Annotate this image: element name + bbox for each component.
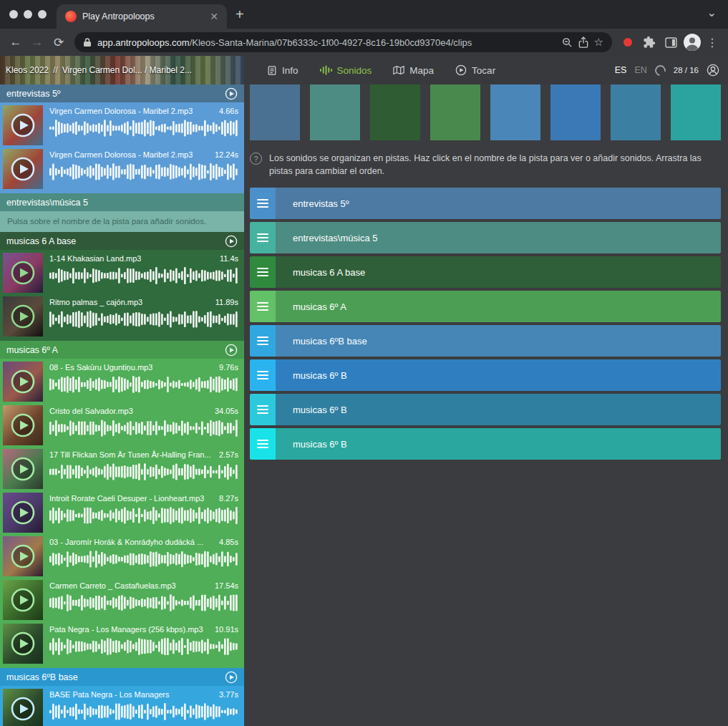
track-section-title[interactable]: musicas 6ºB base: [6, 672, 225, 682]
language-en-button[interactable]: EN: [634, 65, 646, 75]
track-row-body[interactable]: musicas 6 A base: [276, 256, 721, 288]
clip-play-icon[interactable]: [3, 105, 43, 145]
track-section-header[interactable]: musicas 6º A: [0, 341, 244, 359]
clip-play-icon[interactable]: [3, 689, 43, 726]
clip-item[interactable]: Cristo del Salvador.mp334.05s: [3, 405, 240, 445]
minimize-window-button[interactable]: [24, 10, 32, 19]
track-color-tile[interactable]: [250, 84, 300, 140]
tab-search-chevron-icon[interactable]: ⌄: [707, 6, 728, 24]
clip-item[interactable]: Introit Rorate Caeli Desuper - Lionheart…: [3, 493, 240, 533]
track-color-tile[interactable]: [611, 84, 661, 140]
account-icon[interactable]: [707, 64, 719, 77]
clip-item[interactable]: 1-14 Khakasian Land.mp311.4s: [3, 253, 240, 293]
drag-handle-icon[interactable]: [250, 428, 276, 460]
track-section-header[interactable]: entrevistas\música 5: [0, 193, 244, 211]
clip-play-icon[interactable]: [3, 580, 43, 620]
section-play-button-icon[interactable]: [225, 87, 238, 100]
url-text[interactable]: app.antropoloops.com/Kleos-Santa-Marina/…: [97, 37, 556, 48]
track-section-title[interactable]: musicas 6 A base: [6, 236, 225, 246]
tab-close-icon[interactable]: ✕: [207, 11, 221, 22]
clip-play-icon[interactable]: [3, 536, 43, 576]
drag-handle-icon[interactable]: [250, 188, 276, 219]
breadcrumb-trail[interactable]: Virgen Carmen Dol... / Maribel 2...: [62, 65, 192, 75]
track-row-body[interactable]: musicas 6ºB base: [276, 325, 721, 357]
track-color-tile[interactable]: [550, 84, 601, 140]
track-section-header[interactable]: entrevistas 5º: [0, 84, 244, 102]
clip-play-icon[interactable]: [3, 624, 43, 664]
track-row[interactable]: entrevistas 5º: [250, 188, 721, 219]
bookmark-star-icon[interactable]: ☆: [594, 36, 603, 49]
clip-play-icon[interactable]: [3, 296, 43, 337]
clip-item[interactable]: Ritmo palmas _ cajón.mp311.89s: [3, 296, 240, 337]
clip-item[interactable]: 03 - Jaromír Horák & Konrádyho dudácká .…: [3, 536, 240, 576]
track-section-title[interactable]: musicas 6º A: [6, 345, 225, 355]
track-section-title[interactable]: entrevistas 5º: [6, 89, 225, 99]
section-play-button-icon[interactable]: [225, 235, 238, 248]
extensions-puzzle-icon[interactable]: [639, 32, 659, 52]
browser-tab[interactable]: Play Antropoloops ✕: [57, 4, 227, 29]
track-row[interactable]: musicas 6º A: [250, 291, 721, 322]
track-section-header[interactable]: musicas 6ºB base: [0, 668, 244, 686]
clip-play-icon[interactable]: [3, 405, 43, 445]
track-color-tile[interactable]: [671, 84, 721, 140]
track-row-body[interactable]: musicas 6º A: [276, 291, 721, 322]
track-row[interactable]: musicas 6ºB base: [250, 325, 721, 357]
track-row[interactable]: musicas 6º B: [250, 428, 721, 460]
language-es-button[interactable]: ES: [615, 65, 627, 75]
track-row[interactable]: entrevistas\música 5: [250, 222, 721, 253]
clip-item[interactable]: Carmen Carreto _ Castañuelas.mp317.54s: [3, 580, 240, 620]
clip-play-icon[interactable]: [3, 149, 43, 189]
track-row-body[interactable]: musicas 6º B: [276, 359, 721, 391]
track-row[interactable]: musicas 6 A base: [250, 256, 721, 288]
drag-handle-icon[interactable]: [250, 222, 276, 253]
side-panel-icon[interactable]: [661, 32, 681, 52]
clip-play-icon[interactable]: [3, 253, 43, 293]
drag-handle-icon[interactable]: [250, 256, 276, 288]
new-tab-button[interactable]: +: [227, 6, 253, 23]
breadcrumb[interactable]: Kleos 2022//Virgen Carmen Dol... / Marib…: [6, 65, 192, 75]
tab-info[interactable]: Info: [267, 65, 299, 76]
drag-handle-icon[interactable]: [250, 359, 276, 391]
track-row[interactable]: musicas 6º B: [250, 359, 721, 391]
track-section-header[interactable]: musicas 6 A base: [0, 232, 244, 250]
clip-item[interactable]: Virgen Carmen Dolorosa - Maribel 2.mp34.…: [3, 105, 240, 145]
back-button[interactable]: ←: [6, 32, 26, 52]
section-play-button-icon[interactable]: [225, 671, 238, 684]
drag-handle-icon[interactable]: [250, 291, 276, 322]
breadcrumb-photo-strip[interactable]: Kleos 2022//Virgen Carmen Dol... / Marib…: [0, 56, 244, 84]
tab-sonidos[interactable]: Sonidos: [320, 65, 372, 76]
profile-avatar[interactable]: [682, 32, 702, 52]
track-color-tile[interactable]: [490, 84, 540, 140]
clip-play-icon[interactable]: [3, 493, 43, 533]
track-section-title[interactable]: entrevistas\música 5: [6, 198, 238, 208]
track-row-body[interactable]: musicas 6º B: [276, 394, 721, 425]
drag-handle-icon[interactable]: [250, 394, 276, 425]
track-color-tile[interactable]: [310, 84, 360, 140]
zoom-icon[interactable]: [562, 37, 573, 48]
tab-tocar[interactable]: Tocar: [455, 64, 495, 76]
clip-play-icon[interactable]: [3, 449, 43, 489]
clip-play-icon[interactable]: [3, 362, 43, 402]
forward-button[interactable]: →: [27, 32, 47, 52]
browser-menu-icon[interactable]: ⋮: [704, 36, 722, 49]
drag-handle-icon[interactable]: [250, 325, 276, 357]
clip-item[interactable]: 08 - Es Sakūru Uguntiņu.mp39.76s: [3, 362, 240, 402]
track-row-body[interactable]: entrevistas\música 5: [276, 222, 721, 253]
clip-item[interactable]: 17 Till Flickan Som Är Tusen År-Halling …: [3, 449, 240, 489]
track-color-tile[interactable]: [370, 84, 420, 140]
recording-extension-icon[interactable]: [623, 38, 632, 47]
address-bar[interactable]: app.antropoloops.com/Kleos-Santa-Marina/…: [74, 32, 612, 52]
tab-mapa[interactable]: Mapa: [393, 65, 434, 76]
breadcrumb-project[interactable]: Kleos 2022: [6, 65, 49, 75]
clip-item[interactable]: Virgen Carmen Dolorosa - Maribel 2.mp312…: [3, 149, 240, 189]
reload-button[interactable]: ⟳: [49, 32, 69, 52]
zoom-window-button[interactable]: [38, 10, 47, 19]
track-color-tile[interactable]: [430, 84, 480, 140]
share-icon[interactable]: [578, 37, 588, 48]
clip-item[interactable]: BASE Pata Negra - Los Managers3.77s: [3, 689, 240, 726]
section-play-button-icon[interactable]: [225, 344, 238, 357]
track-row[interactable]: musicas 6º B: [250, 394, 721, 425]
clip-item[interactable]: Pata Negra - Los Managers (256 kbps).mp3…: [3, 624, 240, 664]
track-row-body[interactable]: musicas 6º B: [276, 428, 721, 460]
close-window-button[interactable]: [9, 10, 18, 19]
